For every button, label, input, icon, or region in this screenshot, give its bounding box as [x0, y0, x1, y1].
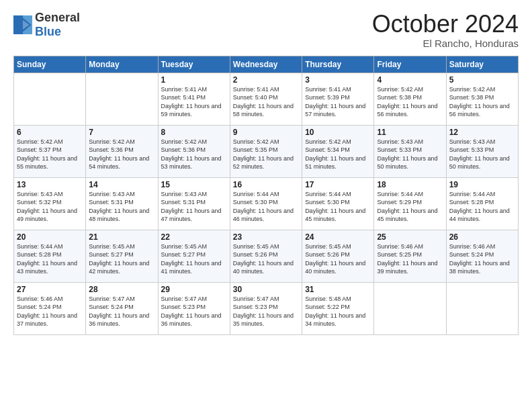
day-info: Sunrise: 5:46 AM Sunset: 5:24 PM Dayligh… [449, 242, 515, 276]
calendar-cell: 18Sunrise: 5:44 AM Sunset: 5:29 PM Dayli… [374, 177, 446, 230]
day-info: Sunrise: 5:41 AM Sunset: 5:40 PM Dayligh… [233, 85, 299, 119]
day-number: 1 [161, 75, 227, 85]
calendar-table: Sunday Monday Tuesday Wednesday Thursday… [13, 56, 519, 335]
calendar-cell: 7Sunrise: 5:42 AM Sunset: 5:36 PM Daylig… [86, 125, 158, 177]
calendar-cell: 29Sunrise: 5:47 AM Sunset: 5:23 PM Dayli… [158, 282, 230, 334]
col-saturday: Saturday [446, 56, 518, 73]
day-info: Sunrise: 5:44 AM Sunset: 5:30 PM Dayligh… [305, 190, 371, 224]
day-number: 22 [161, 232, 227, 242]
day-number: 17 [305, 180, 371, 189]
calendar-cell [14, 73, 86, 125]
calendar-cell: 12Sunrise: 5:43 AM Sunset: 5:33 PM Dayli… [446, 125, 518, 177]
calendar-cell: 23Sunrise: 5:45 AM Sunset: 5:26 PM Dayli… [230, 230, 302, 282]
day-info: Sunrise: 5:44 AM Sunset: 5:28 PM Dayligh… [17, 242, 83, 276]
day-info: Sunrise: 5:43 AM Sunset: 5:32 PM Dayligh… [17, 190, 83, 224]
day-number: 27 [17, 285, 83, 294]
calendar-header-row: Sunday Monday Tuesday Wednesday Thursday… [14, 56, 519, 73]
day-number: 2 [233, 75, 299, 85]
col-thursday: Thursday [302, 56, 374, 73]
day-number: 28 [89, 285, 154, 294]
calendar-cell [86, 73, 158, 125]
day-info: Sunrise: 5:47 AM Sunset: 5:23 PM Dayligh… [161, 295, 227, 328]
calendar-cell: 22Sunrise: 5:45 AM Sunset: 5:27 PM Dayli… [158, 230, 230, 282]
location: El Rancho, Honduras [372, 38, 519, 49]
day-info: Sunrise: 5:47 AM Sunset: 5:23 PM Dayligh… [233, 295, 299, 328]
day-info: Sunrise: 5:44 AM Sunset: 5:28 PM Dayligh… [449, 190, 515, 224]
day-info: Sunrise: 5:42 AM Sunset: 5:36 PM Dayligh… [161, 138, 227, 171]
calendar-cell: 11Sunrise: 5:43 AM Sunset: 5:33 PM Dayli… [374, 125, 446, 177]
calendar-cell: 3Sunrise: 5:41 AM Sunset: 5:39 PM Daylig… [302, 73, 374, 125]
calendar-cell: 26Sunrise: 5:46 AM Sunset: 5:24 PM Dayli… [446, 230, 518, 282]
day-number: 4 [377, 75, 443, 85]
day-info: Sunrise: 5:45 AM Sunset: 5:26 PM Dayligh… [305, 242, 371, 276]
calendar-cell: 9Sunrise: 5:42 AM Sunset: 5:35 PM Daylig… [230, 125, 302, 177]
svg-rect-0 [13, 15, 23, 34]
calendar-cell: 5Sunrise: 5:42 AM Sunset: 5:38 PM Daylig… [446, 73, 518, 125]
calendar-cell: 10Sunrise: 5:42 AM Sunset: 5:34 PM Dayli… [302, 125, 374, 177]
day-info: Sunrise: 5:46 AM Sunset: 5:24 PM Dayligh… [17, 295, 83, 328]
calendar-cell [446, 282, 518, 334]
day-number: 11 [377, 128, 443, 137]
col-tuesday: Tuesday [158, 56, 230, 73]
day-number: 25 [377, 232, 443, 242]
day-number: 6 [17, 128, 83, 137]
logo-text: General Blue [35, 11, 80, 39]
logo-icon [13, 15, 32, 34]
day-info: Sunrise: 5:42 AM Sunset: 5:38 PM Dayligh… [377, 85, 443, 119]
calendar-cell [374, 282, 446, 334]
day-info: Sunrise: 5:46 AM Sunset: 5:25 PM Dayligh… [377, 242, 443, 276]
header: General Blue October 2024 El Rancho, Hon… [13, 11, 519, 49]
day-number: 9 [233, 128, 299, 137]
day-number: 5 [449, 75, 515, 85]
day-number: 15 [161, 180, 227, 189]
day-number: 31 [305, 285, 371, 294]
calendar-cell: 8Sunrise: 5:42 AM Sunset: 5:36 PM Daylig… [158, 125, 230, 177]
day-info: Sunrise: 5:41 AM Sunset: 5:41 PM Dayligh… [161, 85, 227, 119]
calendar-week-5: 27Sunrise: 5:46 AM Sunset: 5:24 PM Dayli… [14, 282, 519, 334]
col-friday: Friday [374, 56, 446, 73]
day-number: 3 [305, 75, 371, 85]
day-number: 23 [233, 232, 299, 242]
calendar-week-2: 6Sunrise: 5:42 AM Sunset: 5:37 PM Daylig… [14, 125, 519, 177]
calendar-cell: 31Sunrise: 5:48 AM Sunset: 5:22 PM Dayli… [302, 282, 374, 334]
day-number: 30 [233, 285, 299, 294]
col-sunday: Sunday [14, 56, 86, 73]
day-info: Sunrise: 5:42 AM Sunset: 5:37 PM Dayligh… [17, 138, 83, 171]
day-number: 21 [89, 232, 154, 242]
calendar-cell: 13Sunrise: 5:43 AM Sunset: 5:32 PM Dayli… [14, 177, 86, 230]
day-number: 14 [89, 180, 154, 189]
col-monday: Monday [86, 56, 158, 73]
calendar-cell: 16Sunrise: 5:44 AM Sunset: 5:30 PM Dayli… [230, 177, 302, 230]
day-number: 13 [17, 180, 83, 189]
day-info: Sunrise: 5:42 AM Sunset: 5:36 PM Dayligh… [89, 138, 154, 171]
day-info: Sunrise: 5:42 AM Sunset: 5:35 PM Dayligh… [233, 138, 299, 171]
calendar-cell: 2Sunrise: 5:41 AM Sunset: 5:40 PM Daylig… [230, 73, 302, 125]
calendar-cell: 6Sunrise: 5:42 AM Sunset: 5:37 PM Daylig… [14, 125, 86, 177]
day-info: Sunrise: 5:43 AM Sunset: 5:33 PM Dayligh… [449, 138, 515, 171]
title-section: October 2024 El Rancho, Honduras [372, 11, 519, 49]
calendar-cell: 28Sunrise: 5:47 AM Sunset: 5:24 PM Dayli… [86, 282, 158, 334]
logo-blue: Blue [35, 25, 61, 38]
day-info: Sunrise: 5:41 AM Sunset: 5:39 PM Dayligh… [305, 85, 371, 119]
calendar-cell: 17Sunrise: 5:44 AM Sunset: 5:30 PM Dayli… [302, 177, 374, 230]
day-info: Sunrise: 5:43 AM Sunset: 5:31 PM Dayligh… [89, 190, 154, 224]
day-info: Sunrise: 5:42 AM Sunset: 5:34 PM Dayligh… [305, 138, 371, 171]
day-info: Sunrise: 5:43 AM Sunset: 5:31 PM Dayligh… [161, 190, 227, 224]
calendar-week-4: 20Sunrise: 5:44 AM Sunset: 5:28 PM Dayli… [14, 230, 519, 282]
calendar-cell: 1Sunrise: 5:41 AM Sunset: 5:41 PM Daylig… [158, 73, 230, 125]
calendar-cell: 30Sunrise: 5:47 AM Sunset: 5:23 PM Dayli… [230, 282, 302, 334]
day-info: Sunrise: 5:47 AM Sunset: 5:24 PM Dayligh… [89, 295, 154, 328]
day-number: 26 [449, 232, 515, 242]
page: General Blue October 2024 El Rancho, Hon… [0, 0, 532, 411]
calendar-cell: 15Sunrise: 5:43 AM Sunset: 5:31 PM Dayli… [158, 177, 230, 230]
day-number: 20 [17, 232, 83, 242]
day-info: Sunrise: 5:45 AM Sunset: 5:26 PM Dayligh… [233, 242, 299, 276]
month-title: October 2024 [372, 11, 519, 38]
calendar-cell: 14Sunrise: 5:43 AM Sunset: 5:31 PM Dayli… [86, 177, 158, 230]
day-info: Sunrise: 5:48 AM Sunset: 5:22 PM Dayligh… [305, 295, 371, 328]
calendar-cell: 4Sunrise: 5:42 AM Sunset: 5:38 PM Daylig… [374, 73, 446, 125]
day-info: Sunrise: 5:44 AM Sunset: 5:29 PM Dayligh… [377, 190, 443, 224]
logo-general: General [35, 11, 80, 24]
logo: General Blue [13, 11, 80, 39]
day-number: 7 [89, 128, 154, 137]
